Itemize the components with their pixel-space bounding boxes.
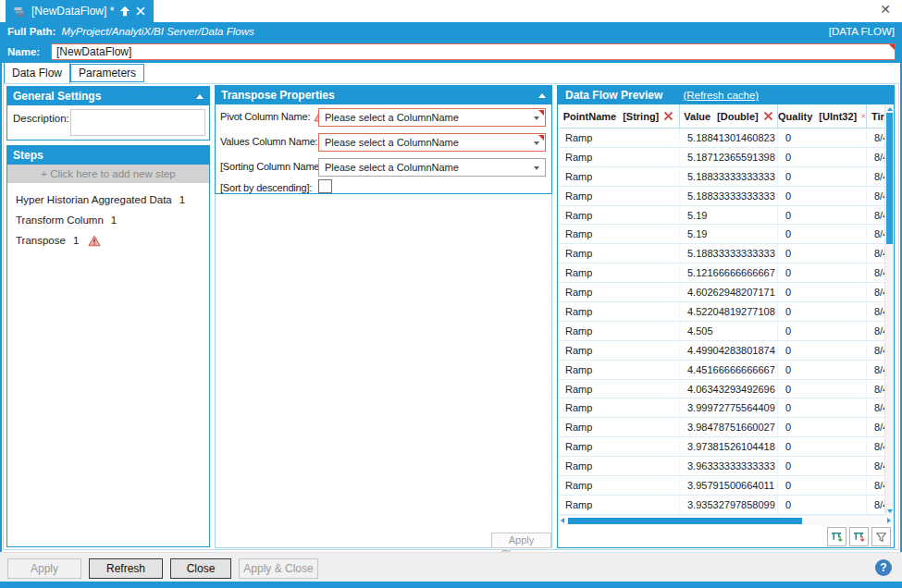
values-column-row: Values Column Name: Please select a Colu… bbox=[216, 133, 551, 152]
window-close-icon[interactable]: ✕ bbox=[880, 3, 891, 16]
table-row[interactable]: Ramp 3.93532797858099 0 8/4/ bbox=[558, 496, 894, 515]
refresh-button[interactable]: Refresh bbox=[89, 558, 163, 579]
cell-pointname: Ramp bbox=[558, 225, 680, 243]
document-tab[interactable]: [NewDataFlow] * bbox=[6, 0, 154, 22]
table-row[interactable]: Ramp 3.96333333333333 0 8/4/ bbox=[558, 457, 894, 476]
horizontal-scrollbar[interactable] bbox=[558, 515, 894, 525]
steps-panel: Steps + Click here to add new step Hyper… bbox=[6, 145, 210, 547]
cell-quality: 0 bbox=[778, 476, 867, 495]
table-row[interactable]: Ramp 5.18833333333333 0 8/4/ bbox=[558, 167, 894, 187]
values-column-select[interactable]: Please select a ColumnName bbox=[318, 133, 546, 152]
vertical-scrollbar-thumb[interactable] bbox=[886, 113, 893, 244]
cell-pointname: Ramp bbox=[558, 302, 680, 321]
pivot-column-value: Please select a ColumnName bbox=[325, 112, 459, 123]
cell-pointname: Ramp bbox=[558, 398, 680, 417]
pivot-column-select[interactable]: Please select a ColumnName bbox=[318, 108, 546, 127]
description-label: Description: bbox=[13, 113, 69, 124]
step-list-item[interactable]: Transform Column 1 bbox=[7, 210, 209, 230]
validation-corner-icon bbox=[538, 110, 544, 116]
tab-close-icon[interactable] bbox=[136, 6, 145, 16]
step-name: Hyper Historian Aggregated Data bbox=[16, 194, 172, 205]
name-input[interactable] bbox=[51, 43, 896, 60]
table-row[interactable]: Ramp 4.49904283801874 0 8/4/ bbox=[558, 341, 894, 361]
step-list-item[interactable]: Hyper Historian Aggregated Data 1 bbox=[7, 190, 209, 210]
tab-parameters[interactable]: Parameters bbox=[70, 64, 144, 82]
cell-value: 5.18833333333333 bbox=[680, 187, 778, 205]
table-row[interactable]: Ramp 4.505 0 8/4/ bbox=[558, 322, 894, 341]
sorting-column-select[interactable]: Please select a ColumnName bbox=[318, 158, 546, 177]
cell-quality: 0 bbox=[778, 244, 867, 263]
help-icon[interactable]: ? bbox=[875, 559, 892, 576]
arrow-up-icon[interactable] bbox=[119, 6, 130, 17]
scroll-right-icon[interactable] bbox=[887, 518, 891, 523]
cell-quality: 0 bbox=[778, 496, 867, 514]
horizontal-scrollbar-thumb[interactable] bbox=[568, 518, 802, 524]
apply-changes-button[interactable]: Apply Changes bbox=[491, 533, 551, 548]
pivot-column-label: Pivot Column Name: bbox=[220, 111, 326, 122]
scroll-left-icon[interactable] bbox=[561, 518, 564, 523]
column-header-pointname[interactable]: PointName[String] bbox=[558, 104, 680, 128]
remove-column-icon[interactable] bbox=[763, 111, 773, 121]
cell-quality: 0 bbox=[778, 380, 867, 398]
column-header-value[interactable]: Value[Double] bbox=[680, 104, 778, 128]
table-row[interactable]: Ramp 4.06343293492696 0 8/4/ bbox=[558, 380, 894, 399]
pin-column-red-button[interactable] bbox=[849, 527, 869, 546]
table-row[interactable]: Ramp 5.18841301460823 0 8/4/ bbox=[558, 129, 894, 148]
sort-descending-label: [Sort by descending]: bbox=[220, 182, 312, 193]
pivot-column-row: Pivot Column Name: Please select a Colum… bbox=[216, 108, 551, 127]
remove-column-icon[interactable] bbox=[663, 111, 673, 121]
cell-value: 3.97381526104418 bbox=[680, 437, 778, 456]
collapse-icon[interactable] bbox=[196, 94, 204, 99]
refresh-cache-link[interactable]: (Refresh cache) bbox=[683, 90, 759, 101]
cell-value: 5.12166666666667 bbox=[680, 263, 778, 282]
window-left-border bbox=[0, 22, 2, 588]
apply-button[interactable]: Apply bbox=[7, 558, 81, 579]
table-row[interactable]: Ramp 5.19 0 8/4/ bbox=[558, 206, 894, 226]
cell-pointname: Ramp bbox=[558, 167, 680, 186]
table-row[interactable]: Ramp 3.95791500664011 0 8/4/ bbox=[558, 476, 894, 496]
full-path-bar: Full Path: MyProject/AnalytiX/BI Server/… bbox=[0, 22, 902, 41]
transpose-properties-panel: Transpose Properties Pivot Column Name: … bbox=[215, 85, 552, 194]
table-row[interactable]: Ramp 5.19 0 8/4/ bbox=[558, 225, 894, 244]
apply-and-close-button[interactable]: Apply & Close bbox=[239, 558, 318, 579]
table-row[interactable]: Ramp 4.52204819277108 0 8/4/ bbox=[558, 302, 894, 322]
cell-quality: 0 bbox=[778, 322, 867, 340]
cell-pointname: Ramp bbox=[558, 206, 680, 225]
remove-column-icon[interactable] bbox=[861, 111, 866, 121]
collapse-icon[interactable] bbox=[538, 93, 546, 98]
table-row[interactable]: Ramp 3.97381526104418 0 8/4/ bbox=[558, 437, 894, 457]
add-step-button[interactable]: + Click here to add new step bbox=[7, 165, 209, 183]
table-row[interactable]: Ramp 3.99972775564409 0 8/4/ bbox=[558, 398, 894, 418]
document-tab-bar: [NewDataFlow] * ✕ bbox=[0, 0, 902, 22]
table-row[interactable]: Ramp 5.18833333333333 0 8/4/ bbox=[558, 187, 894, 206]
cell-quality: 0 bbox=[778, 283, 867, 301]
table-row[interactable]: Ramp 5.18712365591398 0 8/4/ bbox=[558, 148, 894, 167]
table-row[interactable]: Ramp 4.60262948207171 0 8/4/ bbox=[558, 283, 894, 302]
warning-icon bbox=[88, 235, 101, 247]
table-row[interactable]: Ramp 5.18833333333333 0 8/4/ bbox=[558, 244, 894, 263]
sort-descending-checkbox[interactable] bbox=[318, 179, 332, 193]
name-label: Name: bbox=[7, 46, 51, 57]
table-row[interactable]: Ramp 4.45166666666667 0 8/4/ bbox=[558, 361, 894, 380]
close-button[interactable]: Close bbox=[170, 558, 231, 579]
transpose-properties-header[interactable]: Transpose Properties bbox=[216, 86, 551, 104]
description-input[interactable] bbox=[70, 109, 205, 136]
cell-quality: 0 bbox=[778, 263, 867, 282]
cell-pointname: Ramp bbox=[558, 244, 680, 263]
scroll-down-icon[interactable] bbox=[887, 509, 893, 513]
step-list-item[interactable]: Transpose 1 bbox=[7, 230, 209, 251]
general-settings-header[interactable]: General Settings bbox=[7, 87, 209, 105]
cell-quality: 0 bbox=[778, 225, 867, 243]
filter-button[interactable] bbox=[871, 527, 891, 546]
pin-column-green-button[interactable] bbox=[827, 527, 846, 546]
table-row[interactable]: Ramp 5.12166666666667 0 8/4/ bbox=[558, 263, 894, 283]
tab-data-flow[interactable]: Data Flow bbox=[4, 62, 70, 83]
column-header-quality[interactable]: Quality[UInt32] bbox=[778, 104, 867, 128]
cell-pointname: Ramp bbox=[558, 263, 680, 282]
cell-quality: 0 bbox=[778, 457, 867, 475]
preview-table-body: Ramp 5.18841301460823 0 8/4/ Ramp 5.1871… bbox=[558, 129, 894, 515]
cell-quality: 0 bbox=[778, 418, 867, 436]
vertical-scrollbar[interactable] bbox=[884, 105, 894, 515]
table-row[interactable]: Ramp 3.98478751660027 0 8/4/ bbox=[558, 418, 894, 437]
scroll-up-icon[interactable] bbox=[887, 107, 893, 111]
